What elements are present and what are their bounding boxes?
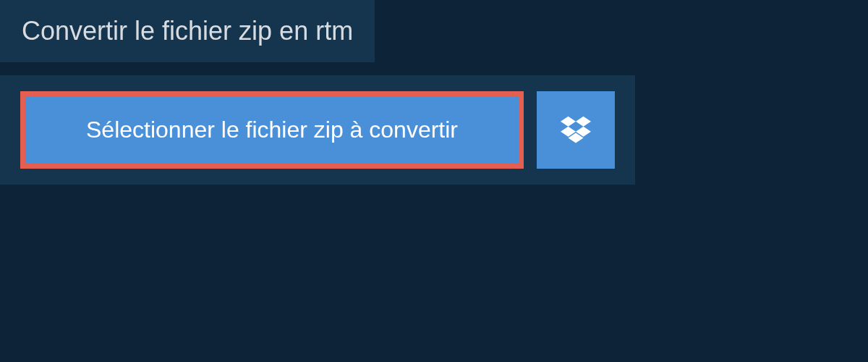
page-title: Convertir le fichier zip en rtm	[22, 16, 353, 46]
dropbox-icon	[561, 116, 591, 145]
upload-panel: Sélectionner le fichier zip à convertir	[0, 75, 635, 185]
select-file-button[interactable]: Sélectionner le fichier zip à convertir	[20, 91, 524, 169]
header-tab: Convertir le fichier zip en rtm	[0, 0, 375, 62]
dropbox-button[interactable]	[537, 91, 615, 169]
